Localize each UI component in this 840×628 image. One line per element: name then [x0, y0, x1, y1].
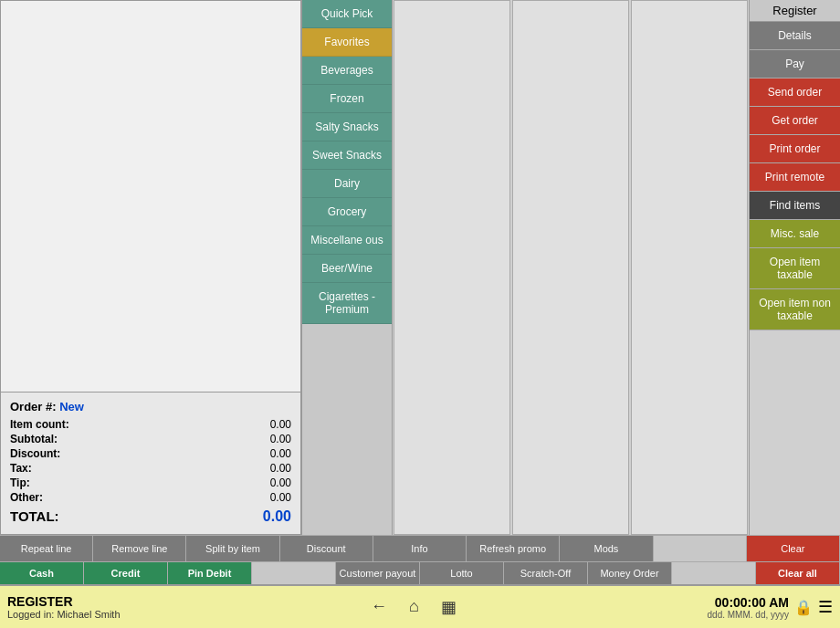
date-display: ddd. MMM. dd, yyyy	[708, 610, 789, 620]
sidebar-btn-print-order[interactable]: Print order	[750, 135, 840, 163]
discount-label: Discount:	[10, 447, 60, 460]
sidebar-btn-open-item-taxable[interactable]: Open item taxable	[750, 248, 840, 289]
total-row: TOTAL: 0.00	[10, 505, 291, 527]
total-label: TOTAL:	[10, 508, 59, 525]
item-count-value: 0.00	[270, 418, 291, 431]
sidebar-btn-print-remote[interactable]: Print remote	[750, 163, 840, 192]
order-number-row: Order #: New	[10, 400, 291, 413]
item-grid-area	[393, 0, 749, 535]
pay-btn-pin-debit[interactable]: Pin Debit	[168, 562, 252, 584]
nav-back-button[interactable]: ←	[371, 597, 387, 617]
sidebar-btn-misc-sale[interactable]: Misc. sale	[750, 220, 840, 248]
menu-icon[interactable]: ☰	[818, 597, 833, 617]
sidebar-btn-details[interactable]: Details	[750, 22, 840, 50]
action-btn-discount[interactable]: Discount	[280, 536, 373, 561]
category-btn-salty-snacks[interactable]: Salty Snacks	[302, 113, 392, 141]
item-col-3	[631, 0, 748, 535]
register-title: Register	[750, 0, 840, 22]
action-btn-remove-line[interactable]: Remove line	[93, 536, 186, 561]
bottom-bar-right: 00:00:00 AM ddd. MMM. dd, yyyy 🔒 ☰	[708, 595, 833, 620]
order-number-label: Order #:	[10, 400, 57, 413]
tax-label: Tax:	[10, 462, 32, 475]
sidebar-btn-send-order[interactable]: Send order	[750, 78, 840, 107]
bottom-bar-center: ← ⌂ ▦	[121, 597, 708, 617]
pay-btn-cash[interactable]: Cash	[0, 562, 84, 584]
combined-bottom: Repeat lineRemove lineSplit by itemDisco…	[0, 535, 840, 584]
item-count-row: Item count: 0.00	[10, 417, 291, 432]
pay-btn-customer-payout[interactable]: Customer payout	[336, 562, 420, 584]
total-value: 0.00	[263, 508, 291, 525]
category-btn-beverages[interactable]: Beverages	[302, 57, 392, 85]
sidebar-btn-pay[interactable]: Pay	[750, 50, 840, 78]
subtotal-value: 0.00	[270, 433, 291, 445]
action-btn-split-by-item[interactable]: Split by item	[186, 536, 279, 561]
category-btn-beer-wine[interactable]: Beer/Wine	[302, 255, 392, 283]
category-btn-frozen[interactable]: Frozen	[302, 85, 392, 113]
bottom-bar-left: REGISTER Logged in: Michael Smith	[7, 594, 121, 620]
register-label: REGISTER	[7, 594, 121, 609]
pay-btn-credit[interactable]: Credit	[84, 562, 168, 584]
discount-value: 0.00	[270, 447, 291, 460]
subtotal-row: Subtotal: 0.00	[10, 432, 291, 446]
tax-row: Tax: 0.00	[10, 461, 291, 476]
category-btn-sweet-snacks[interactable]: Sweet Snacks	[302, 141, 392, 170]
pay-btn-lotto[interactable]: Lotto	[420, 562, 504, 584]
logged-in: Logged in: Michael Smith	[7, 609, 121, 620]
left-panel: Order #: New Item count: 0.00 Subtotal: …	[0, 0, 301, 535]
category-btn-miscellaneous[interactable]: Miscellane ous	[302, 226, 392, 255]
category-btn-cigarettes-premium[interactable]: Cigarettes - Premium	[302, 283, 392, 324]
discount-row: Discount: 0.00	[10, 446, 291, 461]
pay-btn-scratch-off[interactable]: Scratch-Off	[504, 562, 588, 584]
pay-btn-money-order[interactable]: Money Order	[588, 562, 672, 584]
action-btn-info[interactable]: Info	[373, 536, 467, 561]
main-container: Order #: New Item count: 0.00 Subtotal: …	[0, 0, 840, 628]
sidebar-btn-open-item-non-taxable[interactable]: Open item non taxable	[750, 289, 840, 330]
sidebar-btn-get-order[interactable]: Get order	[750, 107, 840, 135]
payment-row: CashCreditPin DebitCustomer payoutLottoS…	[0, 561, 840, 584]
pay-btn-empty1	[252, 562, 336, 584]
category-panel: Quick PickFavoritesBeveragesFrozenSalty …	[301, 0, 393, 535]
action-btn-repeat-line[interactable]: Repeat line	[0, 536, 93, 561]
subtotal-label: Subtotal:	[10, 433, 58, 445]
nav-register-button[interactable]: ▦	[441, 597, 457, 617]
other-value: 0.00	[270, 491, 291, 504]
category-btn-quick-pick[interactable]: Quick Pick	[302, 0, 392, 28]
sidebar-btn-find-items[interactable]: Find items	[750, 192, 840, 220]
item-col-1	[394, 0, 510, 535]
tip-label: Tip:	[10, 476, 30, 489]
category-btn-grocery[interactable]: Grocery	[302, 198, 392, 226]
action-btn-clear[interactable]: Clear	[747, 536, 840, 561]
bottom-bar: REGISTER Logged in: Michael Smith ← ⌂ ▦ …	[0, 584, 840, 628]
tip-value: 0.00	[270, 476, 291, 489]
category-btn-favorites[interactable]: Favorites	[302, 28, 392, 57]
time-display: 00:00:00 AM	[715, 595, 789, 610]
nav-home-button[interactable]: ⌂	[409, 597, 419, 617]
order-display	[1, 1, 300, 392]
lock-icon[interactable]: 🔒	[794, 599, 813, 616]
action-btn-empty	[654, 536, 747, 561]
other-label: Other:	[10, 491, 43, 504]
action-btn-refresh-promo[interactable]: Refresh promo	[467, 536, 560, 561]
order-number-value: New	[59, 400, 84, 413]
tip-row: Tip: 0.00	[10, 476, 291, 490]
item-col-2	[512, 0, 629, 535]
order-summary: Order #: New Item count: 0.00 Subtotal: …	[1, 392, 300, 534]
action-btn-mods[interactable]: Mods	[560, 536, 653, 561]
other-row: Other: 0.00	[10, 490, 291, 505]
tax-value: 0.00	[270, 462, 291, 475]
right-sidebar: Register DetailsPaySend orderGet orderPr…	[749, 0, 840, 535]
item-count-label: Item count:	[10, 418, 69, 431]
pay-btn-empty2	[672, 562, 756, 584]
category-btn-dairy[interactable]: Dairy	[302, 170, 392, 198]
top-area: Order #: New Item count: 0.00 Subtotal: …	[0, 0, 840, 535]
action-row: Repeat lineRemove lineSplit by itemDisco…	[0, 535, 840, 561]
pay-btn-clear-all[interactable]: Clear all	[756, 562, 840, 584]
